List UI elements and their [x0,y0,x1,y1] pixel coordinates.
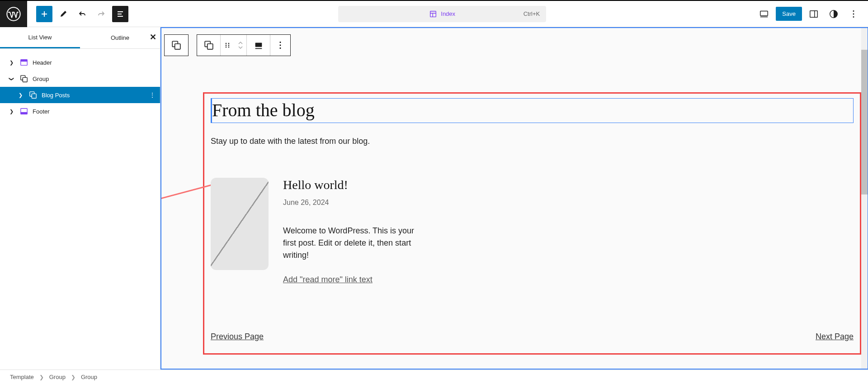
pagination: Previous Page Next Page [211,332,854,341]
block-options-button[interactable] [270,35,290,56]
block-type-button[interactable] [197,35,221,56]
tree-label: Header [33,59,52,66]
tab-list-view[interactable]: List View [0,27,80,48]
chevron-down-icon[interactable] [238,46,243,49]
svg-point-21 [228,43,229,44]
chevron-right-icon[interactable]: ❯ [7,60,15,66]
header-block-icon [20,58,28,66]
svg-point-24 [226,47,226,47]
panel-tabs: List View Outline ✕ [0,27,160,49]
post-body: Hello world! June 26, 2024 Welcome to Wo… [283,178,423,284]
svg-rect-19 [207,44,212,49]
content-wrap: From the blog Stay up to date with the l… [161,92,868,364]
post-excerpt[interactable]: Welcome to WordPress. This is your first… [283,225,423,261]
drag-icon [224,42,231,49]
select-parent-button[interactable] [165,35,188,56]
more-vertical-icon[interactable]: ⋮ [149,91,156,99]
toolbar-left-group [27,6,128,22]
svg-rect-1 [430,11,436,17]
breadcrumb-item[interactable]: Group [49,374,66,380]
svg-rect-26 [255,43,262,47]
group-block-icon [29,91,37,99]
wordpress-logo[interactable] [0,1,27,27]
tree-item-group[interactable]: ❯ Group [0,71,160,87]
svg-rect-2 [760,11,768,15]
plus-icon [40,9,49,19]
tree-item-header[interactable]: ❯ Header [0,54,160,71]
top-toolbar: Index Ctrl+K Save [0,0,868,27]
shortcut-label: Ctrl+K [524,10,540,17]
wordpress-icon [6,7,21,21]
align-button[interactable] [247,35,270,56]
block-breadcrumb: Template ❯ Group ❯ Group [0,370,868,384]
list-view-panel: List View Outline ✕ ❯ Header ❯ Group ❯ B… [0,27,160,370]
redo-button[interactable] [93,6,109,22]
group-block-icon [171,40,181,50]
svg-point-28 [280,45,281,46]
highlighted-block: From the blog Stay up to date with the l… [203,92,861,355]
block-inserter-button[interactable] [36,6,52,22]
list-view-icon [116,9,125,19]
styles-button[interactable] [826,6,842,22]
svg-point-5 [853,10,854,12]
chevron-right-icon: ❯ [71,374,75,380]
section-subtitle[interactable]: Stay up to date with the latest from our… [211,137,854,146]
svg-point-27 [280,42,281,43]
redo-icon [97,9,106,19]
block-controls [197,34,291,56]
svg-point-6 [853,13,854,14]
heading-block[interactable]: From the blog [211,98,854,123]
svg-rect-3 [810,10,818,17]
svg-point-29 [280,47,281,49]
template-switcher[interactable]: Index Ctrl+K [338,6,546,22]
more-vertical-icon [275,40,285,50]
tree-item-blog-posts[interactable]: ❯ Blog Posts ⋮ [0,87,160,103]
footer-block-icon [20,107,28,115]
close-icon: ✕ [150,32,156,41]
undo-button[interactable] [74,6,90,22]
post-title[interactable]: Hello world! [283,178,423,192]
post-item: Hello world! June 26, 2024 Welcome to Wo… [211,178,854,284]
toolbar-right-group: Save [756,6,868,22]
tree-item-footer[interactable]: ❯ Footer [0,103,160,119]
tree-label: Group [33,76,49,82]
group-block-icon [20,75,28,83]
svg-point-0 [7,7,20,20]
view-button[interactable] [756,6,772,22]
svg-point-22 [226,45,226,46]
svg-point-25 [228,47,229,47]
close-panel-button[interactable]: ✕ [150,32,156,42]
pencil-icon [59,9,68,19]
settings-panel-button[interactable] [806,6,822,22]
editor-canvas[interactable]: From the blog Stay up to date with the l… [160,27,868,370]
tools-button[interactable] [55,6,71,22]
breadcrumb-item[interactable]: Template [10,374,34,380]
options-button[interactable] [845,6,862,22]
prev-page-link[interactable]: Previous Page [211,332,264,341]
next-page-link[interactable]: Next Page [816,332,854,341]
read-more-link[interactable]: Add "read more" link text [283,275,373,284]
svg-rect-9 [21,60,27,62]
tree-label: Footer [33,108,50,115]
chevron-right-icon[interactable]: ❯ [16,92,24,98]
tree-label: Blog Posts [42,92,70,99]
tab-outline[interactable]: Outline [80,27,160,48]
desktop-icon [759,9,769,19]
sidebar-icon [809,9,819,19]
svg-rect-13 [32,94,36,98]
svg-rect-11 [23,77,27,82]
document-overview-button[interactable] [112,6,128,22]
breadcrumb-item[interactable]: Group [81,374,97,380]
chevron-up-icon[interactable] [238,41,243,45]
section-heading[interactable]: From the blog [212,100,850,121]
chevron-right-icon: ❯ [39,374,44,380]
drag-handle[interactable] [221,35,234,56]
save-button[interactable]: Save [776,7,802,21]
chevron-right-icon[interactable]: ❯ [7,109,15,114]
desktop-icon [254,40,264,50]
chevron-down-icon[interactable]: ❯ [9,75,14,83]
layout-icon [429,10,437,18]
block-toolbar [161,28,868,56]
featured-image-placeholder[interactable] [211,178,269,270]
template-name: Index [441,10,455,17]
